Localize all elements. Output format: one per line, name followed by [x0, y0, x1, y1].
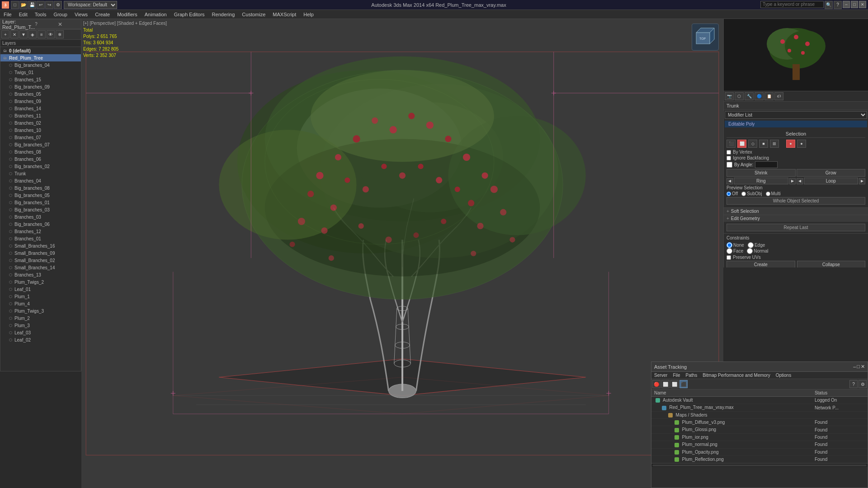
menu-views[interactable]: Views	[71, 11, 91, 18]
asset-menu-paths[interactable]: Paths	[683, 372, 700, 379]
freeze-all-button[interactable]: ❄	[56, 30, 64, 38]
create-button[interactable]: Create	[726, 261, 795, 267]
menu-help[interactable]: Help	[300, 11, 317, 18]
repeat-last-button[interactable]: Repeat Last	[726, 224, 865, 231]
by-vertex-checkbox[interactable]	[726, 150, 731, 155]
edge-constraint-label[interactable]: Edge	[748, 242, 765, 248]
layer-item[interactable]: ⬡Small_Branches_16	[0, 242, 81, 249]
border-select-icon[interactable]: ◇	[748, 140, 757, 148]
asset-tb-2[interactable]: ⬜	[661, 380, 670, 388]
open-button[interactable]: 📂	[19, 1, 28, 9]
layer-item[interactable]: ⬡Branches_10	[0, 127, 81, 134]
asset-menu-file[interactable]: File	[670, 372, 683, 379]
subobj-radio-label[interactable]: SubObj	[741, 191, 762, 196]
menu-maxscript[interactable]: MAXScript	[269, 11, 300, 18]
redo-button[interactable]: ↪	[45, 1, 53, 9]
viewport[interactable]: [+] [Perspective] [Shaded + Edged Faces]…	[81, 19, 723, 488]
layer-item[interactable]: ⬡Big_branches_08	[0, 184, 81, 192]
layer-item[interactable]: ⬡Branches_03	[0, 213, 81, 221]
asset-tb-1[interactable]: 🔴	[652, 380, 660, 388]
angle-input[interactable]: 45.0	[755, 161, 778, 168]
polygon-select-icon[interactable]: ■	[759, 140, 768, 148]
layer-item[interactable]: ⬡Trunk	[0, 170, 81, 177]
table-row[interactable]: Autodesk Vault Logged On	[651, 397, 868, 404]
off-radio-label[interactable]: Off	[726, 191, 738, 196]
layer-item[interactable]: ⬡Branches_08	[0, 148, 81, 155]
table-row[interactable]: Maps / Shaders	[651, 411, 868, 418]
layer-props-button[interactable]: ≡	[38, 30, 46, 38]
asset-tb-4[interactable]: ⬛	[679, 380, 688, 388]
menu-graph-editors[interactable]: Graph Editors	[170, 11, 208, 18]
collapse-button[interactable]: Collapse	[797, 261, 866, 267]
menu-group[interactable]: Group	[50, 11, 71, 18]
layer-item[interactable]: ⬡Branches_06	[0, 155, 81, 163]
modifier-list-dropdown[interactable]: Modifier List	[725, 111, 867, 119]
delete-layer-button[interactable]: ✕	[10, 30, 19, 38]
layers-list[interactable]: 🗂0 (default)🗂Red_Plum_Tree⬡Big_branches_…	[0, 47, 81, 362]
asset-settings-button[interactable]: ⚙	[859, 380, 867, 388]
table-row[interactable]: Plum_Glossi.png Found	[651, 426, 868, 433]
layers-close-button[interactable]: ✕	[58, 21, 79, 28]
settings-button[interactable]: ⚙	[54, 1, 62, 9]
none-constraint-label[interactable]: None	[726, 242, 744, 248]
ignore-backfacing-checkbox[interactable]	[726, 156, 731, 160]
layer-item[interactable]: ⬡Branches_09	[0, 98, 81, 105]
asset-help-button[interactable]: ?	[849, 380, 858, 388]
menu-rendering[interactable]: Rendering	[208, 11, 239, 18]
navigation-cube[interactable]: TOP	[692, 23, 719, 51]
new-button[interactable]: □	[11, 1, 19, 9]
asset-scrollbar[interactable]	[651, 463, 868, 467]
menu-customize[interactable]: Customize	[238, 11, 269, 18]
add-to-layer-button[interactable]: ▼	[19, 30, 28, 38]
asset-menu-server[interactable]: Server	[651, 372, 670, 379]
layer-item[interactable]: ⬡Plum_2	[0, 314, 81, 322]
ring-button[interactable]: Ring	[734, 178, 788, 184]
layer-item[interactable]: ⬡Small_Branches_02	[0, 257, 81, 264]
layer-item[interactable]: ⬡Plum_3	[0, 322, 81, 329]
normal-constraint-label[interactable]: Normal	[747, 248, 768, 254]
menu-file[interactable]: File	[0, 11, 15, 18]
rp-icon-2[interactable]: ⬡	[735, 92, 744, 100]
shrink-button[interactable]: Shrink	[726, 169, 796, 177]
table-row[interactable]: Red_Plum_Tree_max_vray.max Network P...	[651, 404, 868, 411]
search-button[interactable]: 🔍	[825, 1, 833, 9]
asset-tb-3[interactable]: ⬜	[670, 380, 679, 388]
layer-item[interactable]: ⬡Branches_04	[0, 177, 81, 184]
layer-item[interactable]: ⬡Big_branches_06	[0, 221, 81, 228]
layer-item[interactable]: ⬡Plum_Twigs_2	[0, 278, 81, 286]
layer-item[interactable]: ⬡Twigs_01	[0, 69, 81, 76]
layer-item[interactable]: ⬡Branches_05	[0, 90, 81, 98]
editable-poly-item[interactable]: Editable Poly	[725, 121, 867, 127]
table-row[interactable]: Plum_Opacity.png Found	[651, 448, 868, 455]
face-constraint-radio[interactable]	[726, 248, 732, 254]
layer-item[interactable]: ⬡Plum_1	[0, 293, 81, 300]
layer-item[interactable]: ⬡Leaf_01	[0, 286, 81, 293]
none-constraint-radio[interactable]	[726, 242, 732, 248]
layer-item[interactable]: ⬡Branches_01	[0, 235, 81, 242]
by-angle-checkbox[interactable]	[726, 162, 732, 168]
whole-object-selected-button[interactable]: Whole Object Selected	[726, 197, 865, 205]
table-row[interactable]: Plum_Reflection.png Found	[651, 455, 868, 463]
menu-tools[interactable]: Tools	[31, 11, 50, 18]
layer-item[interactable]: ⬡Branches_12	[0, 228, 81, 235]
menu-edit[interactable]: Edit	[15, 11, 31, 18]
rp-icon-4[interactable]: 🔵	[755, 92, 764, 100]
element-select-icon[interactable]: ⊞	[770, 140, 779, 148]
minimize-button[interactable]: –	[843, 1, 850, 8]
layer-item[interactable]: ⬡Big_branches_01	[0, 199, 81, 206]
layer-item[interactable]: ⬡Branches_07	[0, 134, 81, 141]
search-input[interactable]	[760, 1, 824, 8]
close-button[interactable]: ✕	[859, 1, 866, 8]
grow-button[interactable]: Grow	[797, 169, 866, 177]
maximize-button[interactable]: □	[851, 1, 858, 8]
new-layer-button[interactable]: +	[1, 30, 9, 38]
rp-icon-1[interactable]: 📷	[725, 92, 734, 100]
edge-constraint-radio[interactable]	[748, 242, 754, 248]
help-button[interactable]: ?	[834, 1, 842, 9]
layer-item[interactable]: ⬡Big_branches_09	[0, 83, 81, 90]
layer-item[interactable]: ⬡Big_branches_07	[0, 141, 81, 148]
layer-item[interactable]: ⬡Big_branches_05	[0, 192, 81, 199]
face-constraint-label[interactable]: Face	[726, 248, 743, 254]
rp-icon-5[interactable]: 📋	[764, 92, 774, 100]
undo-button[interactable]: ↩	[37, 1, 45, 9]
